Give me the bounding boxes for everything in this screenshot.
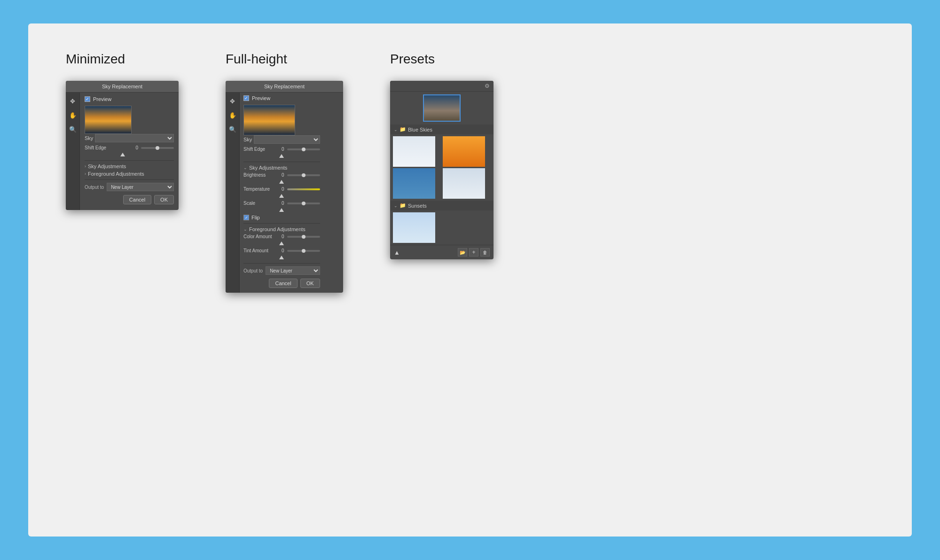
presets-sunsets-grid xyxy=(390,210,494,245)
minimized-sky-area: Sky xyxy=(85,106,174,142)
main-container: Minimized Sky Replacement ✥ ✋ 🔍 xyxy=(28,23,912,537)
fh-color-amount-row: Color Amount 0 xyxy=(243,234,320,239)
presets-panel: ⚙ ⌄ 📁 Blue Skies xyxy=(390,81,494,259)
minimized-cancel-button[interactable]: Cancel xyxy=(123,195,151,204)
zoom-tool-icon[interactable]: 🔍 xyxy=(68,124,78,134)
fh-temperature-triangle xyxy=(279,194,284,198)
minimized-output-select[interactable]: New Layer xyxy=(107,183,174,191)
minimized-shift-edge-thumb xyxy=(156,146,159,150)
preset-thumb-sunset-1[interactable] xyxy=(393,212,435,243)
fullheight-label: Full-height xyxy=(226,52,343,67)
minimized-toolbar: ✥ ✋ 🔍 xyxy=(66,93,80,210)
presets-blue-skies-grid xyxy=(390,134,494,201)
fullheight-titlebar: Sky Replacement xyxy=(226,81,343,93)
fh-move-tool-icon[interactable]: ✥ xyxy=(228,96,237,106)
sunsets-chevron: ⌄ xyxy=(394,203,398,208)
fh-output-select[interactable]: New Layer xyxy=(266,266,320,275)
minimized-sky-adj-toggle[interactable]: › Sky Adjustments xyxy=(85,163,174,169)
fh-sep3 xyxy=(243,263,320,264)
fh-output-row: Output to New Layer xyxy=(243,266,320,275)
presets-sunsets-group: ⌄ 📁 Sunsets xyxy=(390,201,494,210)
fh-flip-checkbox[interactable]: ✓ xyxy=(243,215,249,220)
minimized-preview-checkbox[interactable]: ✓ xyxy=(85,96,90,102)
fh-zoom-tool-icon[interactable]: 🔍 xyxy=(228,124,237,134)
blue-skies-label: Blue Skies xyxy=(408,127,432,132)
fh-tint-amount-triangle xyxy=(279,256,284,259)
presets-add-button[interactable]: + xyxy=(469,248,478,257)
minimized-dialog: Sky Replacement ✥ ✋ 🔍 ✓ xyxy=(66,81,179,210)
fh-check-mark: ✓ xyxy=(244,96,248,101)
minimized-fg-adj-label: Foreground Adjustments xyxy=(88,171,144,177)
fh-brightness-thumb xyxy=(302,173,306,177)
fh-color-amount-label: Color Amount xyxy=(243,234,272,239)
minimized-sky-dropdown-row: Sky xyxy=(85,134,174,142)
presets-gear-icon[interactable]: ⚙ xyxy=(485,83,490,89)
fh-tint-amount-value: 0 xyxy=(275,248,284,253)
presets-footer-icons: 📂 + 🗑 xyxy=(458,248,490,257)
minimized-fg-adj-toggle[interactable]: › Foreground Adjustments xyxy=(85,171,174,177)
fh-hand-tool-icon[interactable]: ✋ xyxy=(228,110,237,120)
minimized-section: Minimized Sky Replacement ✥ ✋ 🔍 xyxy=(66,52,179,210)
fh-preview-checkbox[interactable]: ✓ xyxy=(243,95,249,101)
fh-shift-edge-row: Shift Edge 0 xyxy=(243,147,320,152)
fh-tint-amount-track[interactable] xyxy=(287,250,320,252)
fh-scale-triangle xyxy=(279,208,284,212)
fh-temperature-label: Temperature xyxy=(243,187,272,192)
fh-cancel-button[interactable]: Cancel xyxy=(269,279,297,288)
preset-thumb-4[interactable] xyxy=(443,168,485,199)
minimized-preview-row: ✓ Preview xyxy=(85,96,174,102)
sunsets-folder-icon: 📁 xyxy=(400,202,406,209)
sunsets-label: Sunsets xyxy=(408,203,427,209)
fh-dialog-buttons: Cancel OK xyxy=(243,279,320,290)
minimized-shift-edge-row: Shift Edge 0 xyxy=(85,145,174,150)
minimized-shift-edge-track[interactable] xyxy=(141,147,174,149)
fh-flip-check: ✓ xyxy=(245,216,248,220)
fh-output-label: Output to xyxy=(243,268,263,273)
preset-thumb-2[interactable] xyxy=(443,136,485,167)
fullheight-dialog: Sky Replacement ✥ ✋ 🔍 ✓ xyxy=(226,81,343,293)
fh-brightness-row: Brightness 0 xyxy=(243,172,320,178)
presets-new-folder-button[interactable]: 📂 xyxy=(458,248,467,257)
fh-fg-adj-toggle[interactable]: ⌄ Foreground Adjustments xyxy=(243,226,320,232)
hand-tool-icon[interactable]: ✋ xyxy=(68,110,78,120)
fh-sky-select[interactable] xyxy=(254,135,320,144)
fh-color-amount-value: 0 xyxy=(275,234,284,239)
minimized-shift-edge-label: Shift Edge xyxy=(85,145,126,150)
fh-brightness-value: 0 xyxy=(275,172,284,178)
fh-sep2 xyxy=(243,223,320,224)
preset-thumb-1[interactable] xyxy=(393,136,435,167)
minimized-fg-adj-chevron: › xyxy=(85,171,86,176)
presets-header: ⚙ xyxy=(390,81,494,92)
fh-sky-label: Sky xyxy=(243,137,252,142)
fh-color-amount-track[interactable] xyxy=(287,236,320,238)
minimized-output-label: Output to xyxy=(85,185,104,190)
minimized-content: ✓ Preview Sky xyxy=(80,93,179,210)
fh-sky-preview xyxy=(243,105,295,135)
fh-temperature-track[interactable] xyxy=(287,188,320,190)
presets-selected-thumbnail[interactable] xyxy=(423,94,461,122)
fh-ok-button[interactable]: OK xyxy=(300,279,320,288)
fh-brightness-track[interactable] xyxy=(287,174,320,176)
minimized-ok-button[interactable]: OK xyxy=(154,195,174,204)
fh-flip-label: Flip xyxy=(251,215,260,220)
minimized-sep2 xyxy=(85,179,174,180)
fh-sky-adj-toggle[interactable]: ⌄ Sky Adjustments xyxy=(243,165,320,171)
fh-shift-edge-track[interactable] xyxy=(287,148,320,150)
fh-scale-track[interactable] xyxy=(287,202,320,204)
minimized-sky-preview xyxy=(85,106,132,134)
fh-fg-adj-label: Foreground Adjustments xyxy=(249,226,306,232)
presets-triangle-icon: ▲ xyxy=(394,249,400,256)
fh-fg-adj-chevron: ⌄ xyxy=(243,227,247,232)
minimized-preview-label: Preview xyxy=(93,96,111,102)
presets-delete-button[interactable]: 🗑 xyxy=(480,248,490,257)
fh-temperature-value: 0 xyxy=(275,187,284,192)
fh-flip-row: ✓ Flip xyxy=(243,215,320,220)
fh-scale-thumb xyxy=(302,202,306,205)
minimized-sky-label: Sky xyxy=(85,135,93,141)
presets-footer: ▲ 📂 + 🗑 xyxy=(390,245,494,259)
blue-skies-chevron: ⌄ xyxy=(394,127,398,132)
fh-color-amount-thumb xyxy=(302,235,306,239)
move-tool-icon[interactable]: ✥ xyxy=(68,96,78,106)
minimized-sky-select[interactable] xyxy=(95,134,174,142)
preset-thumb-3[interactable] xyxy=(393,168,435,199)
